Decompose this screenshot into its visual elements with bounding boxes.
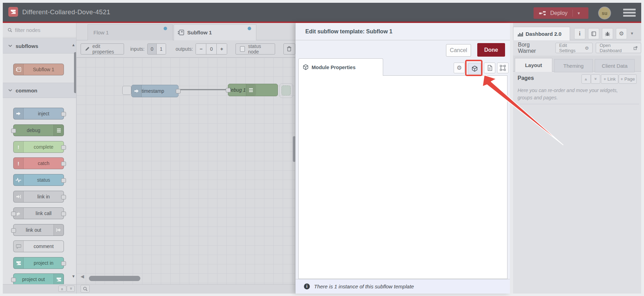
tab-theming[interactable]: Theming [554, 59, 593, 72]
tab-layout[interactable]: Layout [515, 58, 552, 72]
inject-trigger-button[interactable] [122, 86, 131, 95]
edit-properties-button[interactable]: edit properties [81, 43, 124, 55]
add-page-button[interactable]: + Page [619, 74, 637, 84]
outputs-decrease-button[interactable]: − [196, 44, 206, 54]
description-section-button[interactable] [484, 63, 495, 73]
palette-node-debug[interactable]: debug [13, 124, 64, 136]
output-port [61, 212, 66, 216]
input-port [11, 278, 16, 282]
palette-category-subflows[interactable]: subflows [3, 38, 76, 54]
node-label: project in [24, 260, 64, 266]
frame-icon [500, 65, 506, 71]
book-icon [591, 31, 596, 36]
footer-divider [76, 284, 77, 294]
deploy-options-caret[interactable]: ▼ [572, 10, 581, 17]
workspace-tab-bar: Flow 1 Subflow 1 [76, 23, 295, 40]
inputs-count-toggle[interactable]: 0 1 [147, 43, 166, 55]
sidebar-divider [520, 104, 639, 104]
palette-node-comment[interactable]: comment [13, 240, 64, 252]
palette-category-common[interactable]: common [3, 83, 76, 98]
move-down-button[interactable]: « [591, 74, 600, 84]
delete-subflow-button[interactable] [283, 43, 295, 55]
palette-node-subflow-1[interactable]: Subflow 1 [13, 64, 64, 75]
document-icon [487, 65, 492, 71]
canvas-hscrollbar-thumb[interactable] [89, 276, 140, 281]
output-port [61, 112, 66, 116]
cancel-button[interactable]: Cancel [446, 44, 471, 57]
node-label: timestamp [142, 88, 164, 94]
sidebar-tab-bar: Dashboard 2.0 i ⚙ ▼ [513, 23, 641, 40]
palette-filter-box[interactable]: filter nodes [3, 23, 76, 38]
node-label: inject [24, 111, 64, 116]
palette-scroll-down-icon[interactable]: ▼ [72, 274, 75, 278]
dialog-footer: i There is 1 instance of this subflow te… [296, 279, 510, 294]
output-port[interactable] [176, 89, 181, 93]
tab-label: Flow 1 [93, 30, 109, 35]
user-avatar[interactable]: su [598, 7, 611, 19]
output-port [61, 195, 66, 199]
tab-subflow-1[interactable]: Subflow 1 [174, 24, 256, 40]
move-up-button[interactable]: « [581, 74, 591, 84]
deploy-button[interactable]: Deploy ▼ [534, 7, 588, 19]
palette-expand-all-button[interactable]: « [67, 286, 75, 292]
palette-collapse-all-button[interactable]: « [58, 286, 66, 292]
tab-module-properties[interactable]: Module Properties [298, 58, 383, 76]
debug-tab-button[interactable] [602, 28, 613, 39]
palette-scrollbar-thumb[interactable] [74, 52, 76, 93]
help-tab-button[interactable] [588, 28, 599, 39]
output-port [61, 145, 66, 150]
inputs-label: inputs: [130, 46, 145, 52]
info-tab-button[interactable]: i [574, 28, 585, 39]
appearance-section-button[interactable] [497, 63, 509, 73]
palette-node-complete[interactable]: ! complete [13, 141, 64, 153]
checkbox-icon [240, 46, 245, 52]
gear-icon: ⚙ [585, 46, 589, 51]
canvas-node-debug-1[interactable]: debug 1 [228, 84, 278, 96]
pencil-icon [85, 47, 90, 51]
palette-scroll-up-icon[interactable]: ▲ [72, 43, 75, 47]
page-title: Different-Collared-Dove-4521 [22, 8, 110, 16]
node-palette: filter nodes subflows Subflow 1 common i… [3, 23, 76, 284]
sidebar-more-caret[interactable]: ▼ [630, 31, 634, 35]
palette-node-catch[interactable]: ! catch [13, 157, 64, 169]
edit-settings-button[interactable]: Edit Settings ⚙ [555, 43, 593, 53]
subflow-output-ghost [279, 83, 293, 98]
tab-flow-1[interactable]: Flow 1 [88, 24, 173, 40]
flow-canvas[interactable]: timestamp debug 1 ◀ [76, 58, 295, 284]
sidebar-splitter[interactable] [510, 23, 513, 294]
add-link-button[interactable]: + Link [601, 74, 618, 84]
config-tab-button[interactable]: ⚙ [616, 28, 627, 39]
outputs-increase-button[interactable]: + [216, 44, 227, 54]
node-label: Subflow 1 [24, 67, 64, 72]
pages-help-text: Here you can re-order and move your widg… [518, 87, 632, 101]
pages-section-header: Pages « « + Link + Page [513, 72, 641, 85]
palette-filter-placeholder: filter nodes [15, 27, 40, 33]
node-label: link in [24, 194, 64, 199]
open-dashboard-button[interactable]: Open Dashboard [596, 43, 641, 53]
palette-node-link-in[interactable]: link in [13, 191, 64, 203]
done-button[interactable]: Done [477, 43, 505, 57]
inputs-option-0[interactable]: 0 [148, 44, 156, 54]
properties-section-button[interactable]: ⚙ [454, 63, 465, 73]
tab-label: Module Properties [312, 65, 356, 70]
palette-node-link-call[interactable]: link call [13, 207, 64, 219]
palette-node-project-in[interactable]: project in [13, 257, 64, 269]
tab-client-data[interactable]: Client Data [595, 59, 635, 72]
palette-node-inject[interactable]: inject [13, 108, 64, 120]
debug-bars-icon [53, 125, 64, 136]
canvas-node-timestamp[interactable]: timestamp [131, 85, 179, 97]
inject-arrow-icon [14, 108, 24, 119]
main-menu-button[interactable] [623, 9, 636, 17]
workspace-search-button[interactable] [81, 285, 90, 293]
outputs-count-control[interactable]: − 0 + [196, 43, 227, 55]
tab-dashboard-2[interactable]: Dashboard 2.0 [513, 27, 570, 40]
input-port[interactable] [226, 88, 231, 92]
inputs-option-1[interactable]: 1 [156, 44, 165, 54]
status-node-toggle[interactable]: status node [236, 43, 275, 55]
palette-node-project-out[interactable]: project out [13, 273, 64, 284]
pages-label: Pages [518, 75, 534, 81]
input-port [11, 129, 16, 133]
palette-node-link-out[interactable]: link out [13, 224, 64, 236]
palette-node-status[interactable]: status [13, 174, 64, 186]
scroll-left-icon[interactable]: ◀ [81, 274, 84, 278]
